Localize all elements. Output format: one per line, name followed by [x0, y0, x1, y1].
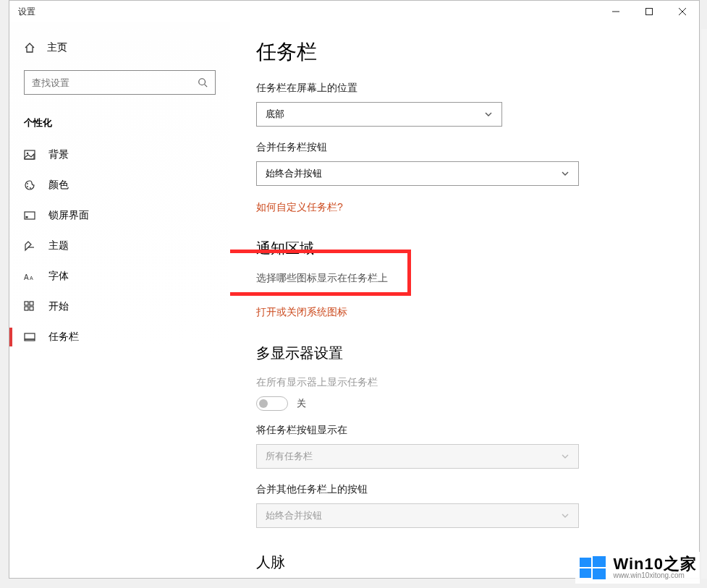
- watermark-title: Win10之家: [613, 555, 697, 572]
- svg-rect-12: [26, 216, 28, 218]
- svg-rect-23: [580, 568, 591, 578]
- toggle-state: 关: [297, 397, 306, 410]
- minimize-icon: [612, 8, 619, 15]
- sidebar: 主页 个性化 背景 颜色 锁屏界面 主题: [9, 22, 230, 578]
- window-body: 主页 个性化 背景 颜色 锁屏界面 主题: [9, 22, 699, 578]
- svg-point-7: [27, 153, 29, 155]
- svg-rect-15: [25, 302, 28, 305]
- sidebar-item-fonts[interactable]: AA 字体: [14, 261, 226, 291]
- windows-logo-icon: [578, 553, 607, 582]
- search-input[interactable]: [32, 77, 198, 88]
- svg-line-5: [205, 85, 208, 88]
- show-buttons-label: 将任务栏按钮显示在: [256, 424, 679, 437]
- page-title: 任务栏: [256, 38, 679, 66]
- sidebar-item-taskbar[interactable]: 任务栏: [14, 322, 226, 352]
- sidebar-item-background[interactable]: 背景: [14, 140, 226, 170]
- maximize-button[interactable]: [632, 1, 666, 22]
- svg-point-4: [199, 79, 206, 85]
- combine-label: 合并任务栏按钮: [256, 141, 679, 154]
- select-icons-link[interactable]: 选择哪些图标显示在任务栏上: [256, 272, 388, 285]
- sidebar-item-label: 任务栏: [48, 331, 79, 344]
- chevron-down-icon: [484, 110, 493, 119]
- svg-rect-22: [593, 556, 606, 567]
- svg-rect-16: [30, 302, 33, 305]
- chevron-down-icon: [561, 169, 570, 178]
- notification-heading: 通知区域: [256, 239, 679, 258]
- show-all-toggle-row: 关: [256, 396, 679, 411]
- search-box[interactable]: [24, 70, 216, 95]
- settings-window: 设置 主页 个性化 背景: [9, 0, 700, 579]
- sidebar-item-themes[interactable]: 主题: [14, 231, 226, 261]
- sidebar-item-label: 开始: [48, 300, 69, 313]
- svg-point-10: [30, 187, 31, 189]
- customize-link[interactable]: 如何自定义任务栏?: [256, 201, 343, 214]
- sidebar-section-header: 个性化: [14, 109, 226, 140]
- taskbar-icon: [24, 331, 35, 343]
- sidebar-item-label: 主题: [48, 239, 69, 252]
- multimonitor-heading: 多显示器设置: [256, 344, 679, 363]
- combine-value: 始终合并按钮: [266, 167, 322, 180]
- home-icon: [24, 42, 35, 54]
- show-buttons-value: 所有任务栏: [266, 450, 313, 463]
- svg-point-9: [27, 186, 28, 187]
- titlebar: 设置: [9, 1, 699, 22]
- show-all-toggle[interactable]: [256, 396, 288, 411]
- chevron-down-icon: [561, 452, 570, 461]
- chevron-down-icon: [561, 511, 570, 520]
- position-label: 任务栏在屏幕上的位置: [256, 82, 679, 95]
- svg-point-8: [27, 183, 28, 184]
- svg-rect-17: [25, 307, 28, 310]
- combine-other-label: 合并其他任务栏上的按钮: [256, 483, 679, 496]
- sidebar-item-label: 颜色: [48, 179, 69, 192]
- main-content: 任务栏 任务栏在屏幕上的位置 底部 合并任务栏按钮 始终合并按钮 如何自定义任务…: [230, 22, 699, 578]
- combine-select[interactable]: 始终合并按钮: [256, 161, 579, 186]
- position-select[interactable]: 底部: [256, 102, 502, 127]
- home-button[interactable]: 主页: [14, 35, 226, 66]
- lockscreen-icon: [24, 210, 35, 221]
- sidebar-item-label: 锁屏界面: [48, 209, 89, 222]
- start-icon: [24, 301, 35, 312]
- maximize-icon: [645, 8, 653, 15]
- close-icon: [679, 8, 686, 15]
- watermark-url: www.win10xitong.com: [613, 572, 697, 580]
- palette-icon: [24, 179, 35, 191]
- external-right-sliver: [701, 29, 707, 579]
- sidebar-item-lockscreen[interactable]: 锁屏界面: [14, 200, 226, 231]
- sidebar-item-start[interactable]: 开始: [14, 291, 226, 322]
- svg-text:A: A: [24, 273, 29, 281]
- svg-rect-24: [593, 568, 606, 579]
- combine-other-select: 始终合并按钮: [256, 503, 579, 528]
- show-buttons-select: 所有任务栏: [256, 444, 579, 469]
- svg-text:A: A: [30, 276, 33, 281]
- notification-links: 选择哪些图标显示在任务栏上: [256, 271, 679, 285]
- font-icon: AA: [24, 270, 35, 282]
- sidebar-item-colors[interactable]: 颜色: [14, 170, 226, 200]
- search-icon: [198, 77, 208, 88]
- window-title: 设置: [18, 6, 35, 18]
- close-button[interactable]: [666, 1, 699, 22]
- system-icons-link[interactable]: 打开或关闭系统图标: [256, 306, 347, 319]
- sidebar-item-label: 背景: [48, 148, 69, 161]
- titlebar-buttons: [599, 1, 699, 22]
- show-all-label: 在所有显示器上显示任务栏: [256, 376, 679, 389]
- minimize-button[interactable]: [599, 1, 632, 22]
- sidebar-item-label: 字体: [48, 270, 69, 283]
- svg-rect-1: [646, 9, 653, 15]
- home-label: 主页: [47, 41, 67, 54]
- watermark: Win10之家 www.win10xitong.com: [575, 552, 700, 584]
- picture-icon: [24, 149, 35, 161]
- theme-icon: [24, 240, 35, 252]
- combine-other-value: 始终合并按钮: [266, 509, 322, 522]
- position-value: 底部: [266, 108, 284, 121]
- svg-rect-21: [580, 558, 591, 567]
- watermark-text: Win10之家 www.win10xitong.com: [613, 555, 697, 580]
- svg-rect-18: [30, 307, 33, 310]
